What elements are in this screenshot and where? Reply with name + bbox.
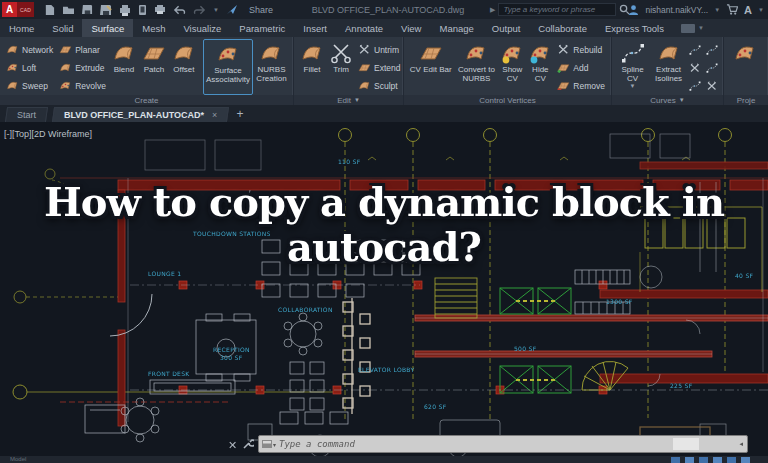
save-icon[interactable]	[82, 4, 93, 15]
share-icon[interactable]	[226, 4, 238, 15]
nurbs-creation-button[interactable]: NURBS Creation	[253, 39, 290, 95]
tab-mesh[interactable]: Mesh	[133, 19, 174, 37]
curve-tool-button[interactable]	[704, 77, 720, 94]
file-tab-start[interactable]: Start	[5, 107, 48, 122]
command-input[interactable]	[279, 439, 673, 449]
customize-wrench-icon[interactable]	[242, 438, 254, 450]
loft-button[interactable]: Loft	[3, 59, 56, 76]
extend-button[interactable]: Extend	[355, 59, 403, 76]
tab-collaborate[interactable]: Collaborate	[529, 19, 596, 37]
blend-button[interactable]: Blend	[109, 39, 139, 95]
tab-solid[interactable]: Solid	[43, 19, 82, 37]
tab-visualize[interactable]: Visualize	[174, 19, 230, 37]
area-label: 620 SF	[424, 403, 447, 410]
title-bar: A CAD ▼ Share BLVD OFFICE_PLAN-AUTOCAD.d…	[0, 0, 768, 19]
trim-button[interactable]: Trim	[327, 39, 355, 95]
sweep-button[interactable]: Sweep	[3, 77, 56, 94]
extrude-button[interactable]: Extrude	[56, 59, 109, 76]
model-tab[interactable]: Model	[10, 456, 26, 462]
printer-icon[interactable]	[154, 4, 166, 15]
status-osnap-icon[interactable]	[727, 457, 736, 463]
remove-button[interactable]: Remove	[554, 77, 608, 94]
curve-tool-button[interactable]	[687, 77, 703, 94]
qat-dropdown-icon[interactable]: ▼	[213, 7, 219, 13]
convert-to-nurbs-button[interactable]: Convert to NURBS	[454, 39, 498, 95]
autodesk-logo-icon[interactable]: A	[744, 4, 752, 16]
patch-button[interactable]: Patch	[139, 39, 169, 95]
command-expand-icon[interactable]: ◂	[739, 440, 743, 448]
panel-label-control-vertices[interactable]: Control Vertices	[404, 95, 611, 105]
curve-tool-button[interactable]	[704, 59, 720, 76]
fillet-button[interactable]: Fillet	[297, 39, 327, 95]
search-input[interactable]	[498, 3, 616, 16]
new-file-tab-button[interactable]: +	[236, 108, 243, 122]
search-history-icon[interactable]: ▶	[490, 6, 495, 14]
cart-icon[interactable]	[726, 4, 738, 15]
open-folder-icon[interactable]	[62, 4, 75, 15]
network-button[interactable]: Network	[3, 41, 56, 58]
curve-tool-button[interactable]	[704, 41, 720, 58]
ribbon-overflow-button[interactable]: ▼	[673, 19, 712, 37]
spline-cv-button[interactable]: Spline CV▼	[615, 39, 650, 95]
status-annotation-icon[interactable]	[741, 457, 750, 463]
panel-label-project[interactable]: Proje	[724, 95, 768, 105]
rebuild-button[interactable]: Rebuild	[554, 41, 608, 58]
area-label: 225 SF	[670, 382, 693, 389]
add-button[interactable]: Add	[554, 59, 608, 76]
sculpt-button[interactable]: Sculpt	[355, 77, 403, 94]
offset-button[interactable]: Offset	[169, 39, 199, 95]
autocad-a-badge: A	[2, 2, 17, 17]
surface-associativity-button[interactable]: Surface Associativity	[203, 39, 253, 95]
panel-label-curves[interactable]: Curves▼	[612, 95, 723, 105]
tab-output[interactable]: Output	[483, 19, 530, 37]
app-logo[interactable]: A CAD	[2, 2, 34, 17]
panel-label-create[interactable]: Create	[0, 95, 293, 105]
show-cv-button[interactable]: Show CV	[498, 39, 526, 95]
save-as-icon[interactable]	[100, 4, 112, 16]
hide-cv-button[interactable]: Hide CV	[526, 39, 554, 95]
status-grid-icon[interactable]	[671, 457, 680, 463]
status-polar-icon[interactable]	[713, 457, 722, 463]
status-ortho-icon[interactable]	[699, 457, 708, 463]
new-file-icon[interactable]	[44, 4, 55, 16]
revolve-button[interactable]: Revolve	[56, 77, 109, 94]
tab-surface[interactable]: Surface	[82, 19, 133, 37]
plot-icon[interactable]	[119, 4, 131, 16]
file-tab-close-icon[interactable]: ×	[212, 110, 217, 120]
tab-annotate[interactable]: Annotate	[336, 19, 392, 37]
command-close-icon[interactable]: ✕	[228, 439, 237, 452]
command-recent-icon[interactable]: ▾	[259, 440, 279, 448]
command-line[interactable]: ▾ ◂	[258, 435, 748, 453]
user-icon[interactable]	[628, 4, 639, 15]
planar-button[interactable]: Planar	[56, 41, 109, 58]
file-tab-active[interactable]: BLVD OFFICE_PLAN-AUTOCAD* ×	[52, 107, 230, 122]
tab-home[interactable]: Home	[0, 19, 43, 37]
mobile-icon[interactable]	[138, 4, 147, 16]
panel-label-edit[interactable]: Edit▼	[294, 95, 403, 105]
tab-parametric[interactable]: Parametric	[230, 19, 294, 37]
drawing-canvas[interactable]: [-][Top][2D Wireframe]	[0, 122, 768, 456]
cv-edit-bar-button[interactable]: CV Edit Bar	[407, 39, 454, 95]
account-area: nishant.naikVY... ▼ A ▼	[628, 4, 764, 16]
untrim-button[interactable]: Untrim	[355, 41, 403, 58]
edit-panel-caret-icon: ▼	[354, 97, 360, 103]
project-button[interactable]	[727, 39, 763, 95]
extract-isolines-button[interactable]: Extract Isolines	[650, 39, 687, 95]
tab-express-tools[interactable]: Express Tools	[596, 19, 673, 37]
status-snap-icon[interactable]	[685, 457, 694, 463]
redo-icon[interactable]	[193, 5, 206, 15]
curve-tool-button[interactable]	[687, 41, 703, 58]
viewport-controls[interactable]: [-][Top][2D Wireframe]	[4, 129, 92, 139]
area-label: 110 SF	[338, 158, 361, 165]
area-label: 300 SF	[220, 354, 243, 361]
tab-manage[interactable]: Manage	[430, 19, 482, 37]
username-dropdown-icon[interactable]: ▼	[714, 7, 720, 13]
area-label: 40 SF	[735, 272, 754, 279]
undo-icon[interactable]	[173, 5, 186, 15]
tab-insert[interactable]: Insert	[294, 19, 336, 37]
tab-view[interactable]: View	[392, 19, 430, 37]
curve-tool-button[interactable]	[687, 59, 703, 76]
username-label[interactable]: nishant.naikVY...	[645, 5, 708, 15]
command-scrollbar[interactable]	[673, 438, 699, 450]
autodesk-dropdown-icon[interactable]: ▼	[758, 7, 764, 13]
